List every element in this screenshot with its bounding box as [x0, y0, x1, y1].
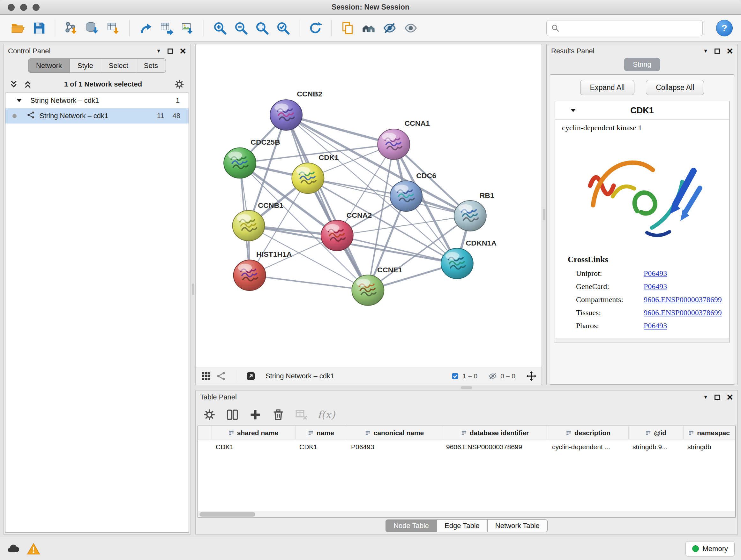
- network-node-hist1h1a[interactable]: HIST1H1A: [233, 251, 292, 291]
- close-panel-icon[interactable]: ×: [727, 47, 733, 55]
- string-network[interactable]: CCNB2CCNA1CDC25BCDK1CDC6RB1CCNB1CCNA2CDK…: [196, 44, 542, 367]
- close-panel-icon[interactable]: ×: [180, 47, 186, 55]
- network-share-button[interactable]: [216, 371, 226, 381]
- network-options-button[interactable]: [174, 79, 185, 90]
- vertical-splitter[interactable]: [191, 44, 195, 535]
- grid-view-button[interactable]: [201, 371, 211, 381]
- column-header-database-identifier[interactable]: database identifier: [442, 426, 548, 440]
- column-header-description[interactable]: description: [548, 426, 629, 440]
- collapse-entry-icon[interactable]: [570, 108, 576, 113]
- selection-checkbox-icon[interactable]: [451, 372, 460, 381]
- open-session-button[interactable]: [8, 18, 27, 38]
- float-panel-icon[interactable]: [715, 49, 720, 54]
- hide-graphics-details-button[interactable]: [380, 18, 399, 38]
- tab-network[interactable]: Network: [28, 58, 70, 73]
- import-network-file-button[interactable]: [62, 18, 81, 38]
- birdseye-toggle-button[interactable]: [526, 371, 536, 381]
- warnings-button[interactable]: [27, 542, 40, 556]
- tree-expand-icon[interactable]: [16, 98, 22, 104]
- table-options-button[interactable]: [203, 408, 216, 422]
- network-node-ccnb2[interactable]: CCNB2: [270, 90, 322, 130]
- network-collection-row[interactable]: String Network – cdk1 1: [5, 93, 189, 108]
- minimize-window-button[interactable]: [20, 4, 27, 11]
- crosslink-value-link[interactable]: P06493: [644, 321, 667, 330]
- network-edge-hist1h1a-ccne1[interactable]: [250, 275, 368, 290]
- horizontal-splitter[interactable]: [195, 385, 738, 390]
- cloud-status-button[interactable]: [6, 542, 20, 556]
- float-panel-icon[interactable]: [167, 49, 173, 54]
- tab-node-table[interactable]: Node Table: [386, 519, 437, 532]
- expand-all-networks-button[interactable]: [23, 80, 32, 89]
- node-label-ccna2: CCNA2: [347, 211, 372, 219]
- network-node-rb1[interactable]: RB1: [454, 192, 494, 231]
- network-node-cdkn1a[interactable]: CDKN1A: [441, 240, 496, 279]
- network-node-ccna1[interactable]: CCNA1: [378, 120, 430, 160]
- zoom-fit-button[interactable]: [253, 18, 272, 38]
- crosslink-value-link[interactable]: P06493: [644, 282, 667, 291]
- close-panel-icon[interactable]: ×: [727, 393, 733, 401]
- export-network-button[interactable]: [136, 18, 155, 38]
- vertical-splitter[interactable]: [542, 44, 546, 385]
- documentation-button[interactable]: [338, 18, 357, 38]
- panel-menu-icon[interactable]: ▼: [703, 49, 708, 54]
- tab-string[interactable]: String: [624, 58, 660, 71]
- zoom-window-button[interactable]: [32, 4, 40, 11]
- crosslink-row: Uniprot:P06493: [555, 267, 729, 280]
- home-button[interactable]: [359, 18, 378, 38]
- network-node-cdk1[interactable]: CDK1: [292, 153, 339, 193]
- panel-menu-icon[interactable]: ▼: [703, 395, 708, 400]
- float-panel-icon[interactable]: [715, 395, 720, 400]
- network-edge-ccnb2-ccne1[interactable]: [286, 115, 368, 290]
- network-canvas[interactable]: CCNB2CCNA1CDC25BCDK1CDC6RB1CCNB1CCNA2CDK…: [196, 44, 542, 367]
- scrollbar-thumb[interactable]: [199, 512, 255, 516]
- import-table-button[interactable]: [104, 18, 123, 38]
- gene-entry-header[interactable]: CDK1: [555, 101, 729, 120]
- network-row[interactable]: String Network – cdk1 11 48: [5, 108, 189, 124]
- crosshair-move-icon: [526, 371, 536, 381]
- entry-scrollbar[interactable]: [555, 338, 729, 343]
- table-hscrollbar[interactable]: [198, 511, 735, 517]
- show-graphics-details-button[interactable]: [401, 18, 420, 38]
- table-row[interactable]: CDK1CDK1P064939606.ENSP00000378699cyclin…: [198, 440, 735, 454]
- import-network-database-button[interactable]: [83, 18, 102, 38]
- save-session-button[interactable]: [29, 18, 49, 38]
- node-label-cdc6: CDC6: [416, 172, 436, 180]
- zoom-in-button[interactable]: [210, 18, 229, 38]
- network-edge-ccnb2-ccna1[interactable]: [286, 115, 394, 144]
- column-header-name[interactable]: name: [295, 426, 347, 440]
- tab-network-table[interactable]: Network Table: [488, 519, 548, 532]
- network-node-cdc6[interactable]: CDC6: [390, 172, 436, 211]
- export-image-button[interactable]: [178, 18, 197, 38]
- panel-menu-icon[interactable]: ▼: [156, 49, 161, 54]
- tab-edge-table[interactable]: Edge Table: [437, 519, 488, 532]
- column-header-namespac[interactable]: namespac: [684, 426, 735, 440]
- column-header--id[interactable]: @id: [629, 426, 684, 440]
- tab-select[interactable]: Select: [101, 58, 136, 73]
- memory-button[interactable]: Memory: [685, 541, 735, 557]
- column-header-canonical-name[interactable]: canonical name: [347, 426, 442, 440]
- help-button[interactable]: ?: [716, 20, 733, 37]
- zoom-selected-button[interactable]: [273, 18, 293, 38]
- save-session-icon: [31, 21, 46, 36]
- detach-view-button[interactable]: [246, 371, 256, 381]
- collapse-all-button[interactable]: Collapse All: [646, 80, 704, 95]
- delete-column-button[interactable]: [272, 408, 285, 422]
- tab-sets[interactable]: Sets: [136, 58, 166, 73]
- tab-style[interactable]: Style: [70, 58, 101, 73]
- create-column-button[interactable]: [249, 408, 262, 422]
- network-edge-cdk1-rb1[interactable]: [308, 178, 470, 216]
- export-table-button[interactable]: [157, 18, 176, 38]
- zoom-out-button[interactable]: [231, 18, 251, 38]
- crosslink-value-link[interactable]: 9606.ENSP00000378699: [644, 308, 722, 317]
- apply-layout-button[interactable]: [306, 18, 325, 38]
- network-node-ccnb1[interactable]: CCNB1: [232, 202, 283, 241]
- crosslink-value-link[interactable]: P06493: [644, 269, 667, 278]
- collapse-all-networks-button[interactable]: [9, 80, 18, 89]
- expand-all-button[interactable]: Expand All: [580, 80, 635, 95]
- show-columns-button[interactable]: [226, 408, 239, 422]
- search-input[interactable]: [562, 24, 698, 32]
- close-window-button[interactable]: [8, 4, 15, 11]
- column-header-shared-name[interactable]: shared name: [212, 426, 295, 440]
- crosslink-value-link[interactable]: 9606.ENSP00000378699: [644, 295, 722, 304]
- hidden-eye-icon[interactable]: [488, 372, 497, 381]
